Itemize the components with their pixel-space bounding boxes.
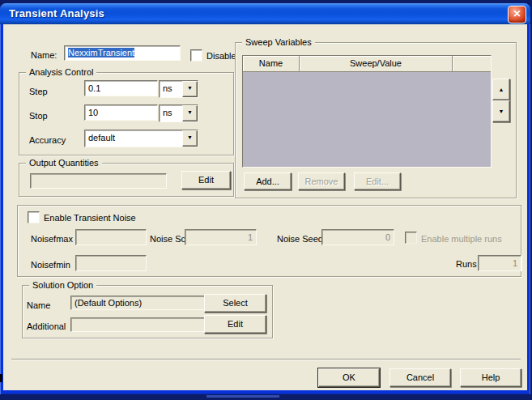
add-button[interactable]: Add... — [244, 172, 292, 190]
close-icon: ✕ — [513, 8, 521, 19]
stop-unit-select[interactable]: ns ▼ — [159, 104, 198, 122]
runs-input: 1 — [478, 255, 521, 271]
desktop-artifact — [206, 395, 279, 398]
move-down-button[interactable]: ▼ — [492, 100, 510, 122]
enable-multiple-runs-label: Enable multiple runs — [421, 233, 502, 245]
accuracy-select[interactable]: default ▼ — [84, 130, 198, 147]
enable-multiple-runs-checkbox — [405, 232, 417, 244]
move-up-button[interactable]: ▲ — [492, 79, 510, 100]
solution-name-field: (Default Options) — [70, 296, 208, 310]
stop-label: Stop — [29, 110, 48, 121]
additional-label: Additional — [27, 321, 66, 332]
chevron-down-icon[interactable]: ▼ — [182, 81, 198, 97]
noisefmax-label: Noisefmax — [31, 233, 73, 245]
output-quantities-title: Output Quantities — [26, 157, 102, 168]
output-quantities-edit-button[interactable]: Edit — [181, 171, 231, 189]
disable-label: Disable — [206, 50, 236, 62]
additional-field — [70, 317, 208, 332]
arrow-up-icon: ▲ — [499, 87, 504, 92]
runs-label: Runs — [456, 258, 477, 270]
column-header-sweep-value[interactable]: Sweep/Value — [300, 56, 453, 72]
noisefmax-input — [75, 229, 147, 245]
chevron-down-icon[interactable]: ▼ — [182, 105, 198, 121]
noise-seed-label: Noise Seed — [277, 233, 323, 245]
transient-analysis-dialog: Transient Analysis ✕ Name: NexximTransie… — [0, 3, 530, 394]
noise-seed-input: 0 — [321, 229, 394, 245]
edit-sweep-button: Edit... — [354, 172, 401, 190]
stop-unit-value: ns — [163, 105, 172, 120]
ok-button[interactable]: OK — [318, 368, 380, 387]
stop-input[interactable]: 10 — [84, 104, 158, 121]
disable-checkbox[interactable] — [190, 49, 202, 62]
solution-name-label: Name — [27, 300, 50, 311]
sweep-variables-table: Name Sweep/Value — [242, 55, 492, 168]
dialog-body: Name: NexximTransient Disable Analysis C… — [3, 24, 527, 390]
column-header-blank — [453, 56, 491, 72]
footer-divider — [11, 359, 521, 360]
name-input-value: NexximTransient — [68, 48, 134, 57]
step-input[interactable]: 0.1 — [84, 80, 158, 96]
titlebar[interactable]: Transient Analysis ✕ — [0, 3, 530, 24]
analysis-control-title: Analysis Control — [26, 66, 96, 78]
step-unit-value: ns — [163, 81, 172, 96]
table-header-row: Name Sweep/Value — [243, 56, 491, 72]
help-button[interactable]: Help — [460, 368, 521, 387]
noise-scale-input: 1 — [185, 229, 257, 245]
accuracy-label: Accuracy — [29, 134, 66, 146]
desktop: Transient Analysis ✕ Name: NexximTransie… — [0, 0, 532, 400]
output-quantities-field — [30, 173, 167, 189]
arrow-down-icon: ▼ — [499, 109, 504, 114]
enable-transient-noise-label: Enable Transient Noise — [44, 212, 136, 223]
accuracy-value: default — [88, 130, 115, 145]
select-button[interactable]: Select — [204, 294, 266, 313]
cancel-button[interactable]: Cancel — [389, 368, 451, 387]
column-header-name[interactable]: Name — [243, 56, 300, 72]
step-unit-select[interactable]: ns ▼ — [159, 80, 198, 98]
sweep-variables-title: Sweep Variables — [242, 36, 315, 48]
close-button[interactable]: ✕ — [508, 6, 526, 23]
solution-option-title: Solution Option — [29, 279, 96, 291]
desktop-artifact-tick — [0, 374, 2, 382]
edit-additional-button[interactable]: Edit — [204, 315, 266, 334]
noisefmin-label: Noisefmin — [31, 259, 70, 270]
chevron-down-icon[interactable]: ▼ — [182, 130, 198, 147]
noisefmin-input — [75, 255, 147, 271]
name-input[interactable]: NexximTransient — [64, 45, 181, 61]
page-title: Transient Analysis — [9, 7, 104, 19]
step-label: Step — [29, 86, 48, 97]
enable-transient-noise-checkbox[interactable] — [28, 211, 40, 223]
remove-button: Remove — [298, 172, 345, 190]
name-label: Name: — [31, 49, 57, 61]
